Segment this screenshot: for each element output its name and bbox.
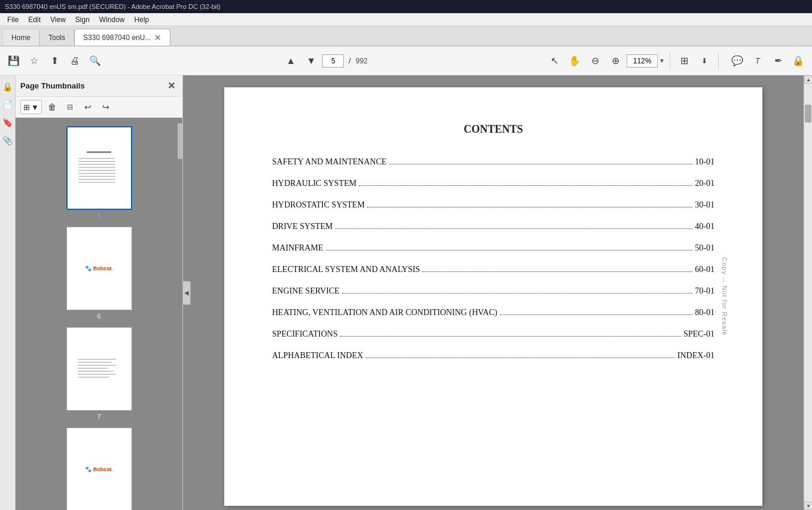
- next-page-button[interactable]: ▼: [302, 52, 320, 70]
- thumbnail-page-6[interactable]: 🐾 Bobcat. 6: [16, 223, 182, 323]
- toc-page-6: 60-01: [695, 265, 715, 274]
- thumbnail-page-5[interactable]: 5: [16, 123, 182, 223]
- menu-edit[interactable]: Edit: [23, 14, 45, 25]
- sidebar-title: Page Thumbnails: [20, 81, 165, 90]
- fit-page-button[interactable]: ⊞: [675, 52, 693, 70]
- toc-dots-2: [359, 185, 692, 186]
- cursor-tool-button[interactable]: ↖: [545, 52, 563, 70]
- toc-entry-4: DRIVE SYSTEM 40-01: [272, 222, 715, 231]
- page-total: 992: [356, 57, 368, 65]
- comment-button[interactable]: 💬: [728, 52, 746, 70]
- right-scrollbar[interactable]: ▲ ▼: [804, 75, 812, 510]
- toc-entry-6: ELECTRICAL SYSTEM AND ANALYSIS 60-01: [272, 265, 715, 274]
- page-number-input[interactable]: 5: [322, 54, 344, 68]
- tab-tools[interactable]: Tools: [39, 29, 74, 45]
- tab-close-icon[interactable]: ✕: [154, 33, 161, 42]
- collapse-sidebar-button[interactable]: ◀: [182, 281, 191, 305]
- toc-entry-1: SAFETY AND MAINTENANCE 10-01: [272, 157, 715, 167]
- toc-page-9: SPEC-01: [683, 329, 715, 339]
- scroll-track[interactable]: [804, 84, 812, 502]
- paperclip-icon[interactable]: 📎: [1, 134, 14, 147]
- scroll-down-arrow[interactable]: ▼: [804, 502, 812, 510]
- toc-title-2: HYDRAULIC SYSTEM: [272, 179, 356, 188]
- thumbnail-page-7[interactable]: 7: [16, 323, 182, 424]
- thumbnail-img-6: 🐾 Bobcat.: [66, 227, 132, 310]
- bookmark-side-icon[interactable]: 🔖: [1, 116, 14, 129]
- sidebar-options-dropdown[interactable]: ⊞ ▼: [20, 100, 42, 114]
- toc-title-3: HYDROSTATIC SYSTEM: [272, 200, 365, 210]
- toc-page-2: 20-01: [695, 179, 715, 188]
- tab-document-label: S330 6987040 enU...: [83, 33, 151, 42]
- sidebar-undo-btn[interactable]: ↩: [80, 99, 96, 115]
- zoom-in-button[interactable]: ⊕: [606, 52, 624, 70]
- watermark: Copy -- Not for Resale: [721, 257, 728, 335]
- zoom-out-button[interactable]: ⊖: [586, 52, 604, 70]
- sidebar-toolbar: ⊞ ▼ 🗑 ⊟ ↩ ↪: [16, 97, 182, 118]
- contents-title: CONTENTS: [272, 123, 715, 136]
- toc-page-1: 10-01: [695, 157, 715, 167]
- highlight-button[interactable]: T: [749, 52, 767, 70]
- zoom-control: 112% ▼: [627, 54, 665, 68]
- page-icon[interactable]: 📄: [1, 98, 14, 111]
- print-button[interactable]: 🖨: [66, 52, 84, 70]
- scroll-up-arrow[interactable]: ▲: [804, 75, 812, 84]
- sidebar: Page Thumbnails ✕ ⊞ ▼ 🗑 ⊟ ↩ ↪: [16, 75, 183, 510]
- bobcat-logo-8: 🐾 Bobcat.: [67, 466, 132, 472]
- toc-dots-10: [365, 358, 674, 358]
- search-button[interactable]: 🔍: [86, 52, 104, 70]
- sidebar-copy-btn[interactable]: ⊟: [62, 99, 78, 115]
- menu-window[interactable]: Window: [94, 14, 130, 25]
- thumbnails-container[interactable]: 5 🐾 Bobcat. 6: [16, 118, 182, 510]
- dropdown-icon: ⊞: [23, 103, 30, 112]
- menu-file[interactable]: File: [2, 14, 23, 25]
- menu-sign[interactable]: Sign: [71, 14, 94, 25]
- sidebar-redo-btn[interactable]: ↪: [98, 99, 114, 115]
- pdf-content-area: CONTENTS SAFETY AND MAINTENANCE 10-01 HY…: [183, 75, 804, 510]
- toc-entry-9: SPECIFICATIONS SPEC-01: [272, 329, 715, 339]
- toc-page-4: 40-01: [695, 222, 715, 231]
- tab-home-label: Home: [11, 33, 30, 42]
- toc-dots-9: [340, 336, 681, 337]
- tab-document[interactable]: S330 6987040 enU... ✕: [74, 29, 170, 45]
- prev-page-button[interactable]: ▲: [282, 52, 300, 70]
- pan-tool-button[interactable]: ✋: [566, 52, 584, 70]
- thumbnail-label-5: 5: [97, 212, 100, 219]
- thumbnail-img-7: [66, 327, 132, 411]
- toc-page-7: 70-01: [695, 286, 715, 296]
- dropdown-arrow: ▼: [31, 103, 39, 112]
- main-area: 🔒 📄 🔖 📎 Page Thumbnails ✕ ⊞ ▼ 🗑 ⊟ ↩ ↪: [0, 75, 812, 510]
- menu-help[interactable]: Help: [130, 14, 154, 25]
- toc-dots-7: [342, 293, 693, 294]
- tab-home[interactable]: Home: [2, 29, 39, 45]
- scroll-thumb[interactable]: [805, 105, 811, 123]
- menu-view[interactable]: View: [45, 14, 71, 25]
- sidebar-close-button[interactable]: ✕: [165, 79, 178, 93]
- save-button[interactable]: 💾: [5, 52, 23, 70]
- sign-button[interactable]: ✒: [769, 52, 787, 70]
- sidebar-scroll-thumb[interactable]: [178, 123, 182, 159]
- toolbar: 💾 ☆ ⬆ 🖨 🔍 ▲ ▼ 5 / 992 ↖ ✋ ⊖ ⊕ 112% ▼ ⊞ ⬇…: [0, 47, 812, 75]
- pdf-page: CONTENTS SAFETY AND MAINTENANCE 10-01 HY…: [224, 87, 762, 506]
- lock-icon[interactable]: 🔒: [1, 80, 14, 93]
- toc-title-7: ENGINE SERVICE: [272, 286, 340, 296]
- toc-title-6: ELECTRICAL SYSTEM AND ANALYSIS: [272, 265, 420, 274]
- toc-entry-8: HEATING, VENTILATION AND AIR CONDITIONIN…: [272, 308, 715, 317]
- sidebar-delete-btn[interactable]: 🗑: [44, 99, 60, 115]
- thumbnail-img-8: 🐾 Bobcat.: [66, 427, 132, 510]
- title-bar: S330 6987040 enUS sm.pdf (SECURED) - Ado…: [0, 0, 812, 13]
- menu-bar: File Edit View Sign Window Help: [0, 13, 812, 26]
- bookmark-button[interactable]: ☆: [25, 52, 43, 70]
- thumbnail-img-5: [66, 126, 132, 210]
- zoom-input[interactable]: 112%: [627, 54, 658, 68]
- protect-button[interactable]: 🔒: [789, 52, 807, 70]
- left-icon-strip: 🔒 📄 🔖 📎: [0, 75, 16, 510]
- thumbnail-page-8[interactable]: 🐾 Bobcat. 8: [16, 424, 182, 510]
- zoom-dropdown-arrow[interactable]: ▼: [659, 57, 665, 64]
- tab-tools-label: Tools: [48, 33, 65, 42]
- toc-dots-5: [326, 250, 693, 251]
- fit-width-button[interactable]: ⬇: [695, 52, 713, 70]
- upload-button[interactable]: ⬆: [45, 52, 63, 70]
- toc-dots-1: [389, 164, 693, 164]
- bobcat-logo-6: 🐾 Bobcat.: [67, 265, 132, 271]
- thumbnail-label-6: 6: [97, 313, 100, 320]
